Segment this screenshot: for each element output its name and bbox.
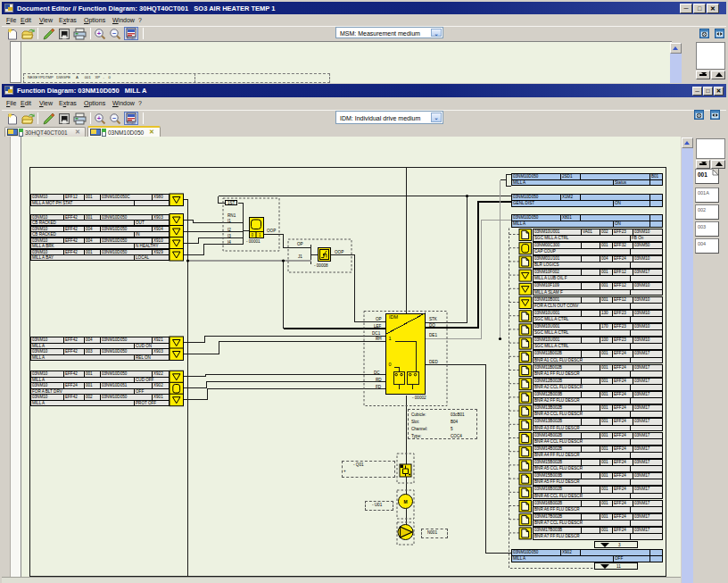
svg-text:1: 1 xyxy=(259,233,261,237)
svg-text:0: 0 xyxy=(252,233,254,237)
svg-text:M: M xyxy=(403,499,407,504)
